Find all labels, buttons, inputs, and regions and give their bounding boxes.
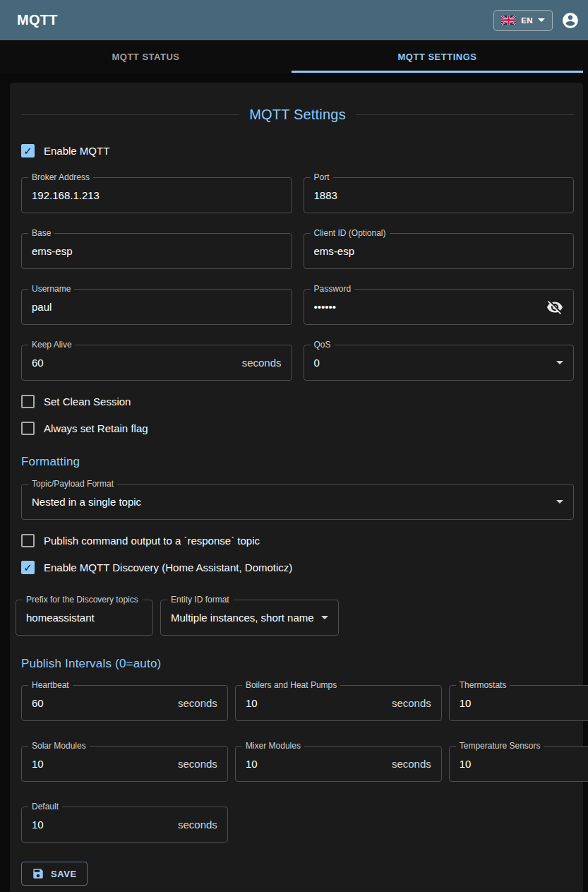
broker-address-input[interactable] xyxy=(32,189,282,201)
unit-adornment: seconds xyxy=(392,758,431,770)
port-input[interactable] xyxy=(314,189,564,201)
retain-flag-row: Always set Retain flag xyxy=(21,422,574,435)
enable-mqtt-row: ✓ Enable MQTT xyxy=(21,144,574,157)
keep-alive-input[interactable] xyxy=(32,357,236,369)
settings-card: MQTT Settings ✓ Enable MQTT Broker Addre… xyxy=(10,83,583,892)
default-interval-field: Default seconds xyxy=(21,807,228,843)
publish-response-row: Publish command output to a `response` t… xyxy=(21,534,574,547)
field-label: Base xyxy=(28,228,54,239)
field-label: Solar Modules xyxy=(28,741,90,751)
uk-flag-icon xyxy=(501,16,516,25)
field-label: Client ID (Optional) xyxy=(311,228,390,239)
retain-flag-checkbox[interactable] xyxy=(21,422,35,435)
port-field: Port xyxy=(304,177,575,213)
field-label: Topic/Payload Format xyxy=(28,479,117,489)
checkbox-label: Publish command output to a `response` t… xyxy=(44,535,260,547)
base-input[interactable] xyxy=(32,245,282,257)
solar-modules-field: Solar Modules seconds xyxy=(21,746,228,782)
language-selector[interactable]: EN xyxy=(493,10,553,31)
field-label: Port xyxy=(311,172,333,183)
enable-mqtt-checkbox[interactable]: ✓ xyxy=(21,144,35,157)
save-icon xyxy=(32,867,44,880)
discovery-prefix-field: Prefix for the Discovery topics xyxy=(16,600,153,636)
tab-bar: MQTT STATUS MQTT SETTINGS xyxy=(0,40,588,73)
field-label: Entity ID format xyxy=(167,595,233,605)
entity-id-format-value: Multiple instances, short name xyxy=(171,612,316,624)
heartbeat-input[interactable] xyxy=(32,697,172,709)
thermostats-input[interactable] xyxy=(460,697,588,709)
divider xyxy=(356,114,574,115)
base-field: Base xyxy=(21,233,292,269)
divider xyxy=(21,114,239,115)
default-interval-input[interactable] xyxy=(32,819,172,831)
field-label: Mixer Modules xyxy=(242,741,304,751)
discovery-prefix-input[interactable] xyxy=(26,612,143,624)
clean-session-checkbox[interactable] xyxy=(21,395,35,408)
field-label: Default xyxy=(28,802,62,812)
header-actions: EN xyxy=(493,10,580,31)
app-header: MQTT EN xyxy=(0,0,588,40)
username-input[interactable] xyxy=(32,301,282,313)
temperature-sensors-input[interactable] xyxy=(460,758,588,770)
field-label: Prefix for the Discovery topics xyxy=(23,595,142,605)
mixer-modules-input[interactable] xyxy=(246,758,386,770)
password-field: Password xyxy=(304,289,575,325)
tab-label: MQTT SETTINGS xyxy=(398,52,477,62)
unit-adornment: seconds xyxy=(242,357,282,369)
tab-mqtt-settings[interactable]: MQTT SETTINGS xyxy=(292,40,583,73)
tab-mqtt-status[interactable]: MQTT STATUS xyxy=(0,40,292,73)
client-id-field: Client ID (Optional) xyxy=(304,233,575,269)
entity-id-format-select[interactable]: Entity ID format Multiple instances, sho… xyxy=(160,600,339,636)
username-field: Username xyxy=(21,289,292,325)
discovery-options-row: Prefix for the Discovery topics Entity I… xyxy=(16,600,574,636)
account-icon[interactable] xyxy=(561,11,580,30)
temperature-sensors-field: Temperature Sensors seconds xyxy=(449,746,588,782)
dropdown-arrow-icon xyxy=(556,500,563,504)
checkbox-label: Always set Retain flag xyxy=(44,422,148,434)
checkbox-label: Set Clean Session xyxy=(44,396,131,408)
mqtt-discovery-row: ✓ Enable MQTT Discovery (Home Assistant,… xyxy=(21,561,574,574)
page-title: MQTT xyxy=(17,12,58,28)
thermostats-field: Thermostats seconds xyxy=(449,685,588,721)
dropdown-arrow-icon xyxy=(556,361,563,364)
card-title-row: MQTT Settings xyxy=(21,107,574,123)
unit-adornment: seconds xyxy=(178,697,217,709)
field-label: Username xyxy=(28,284,74,295)
mqtt-discovery-checkbox[interactable]: ✓ xyxy=(21,561,35,574)
language-code: EN xyxy=(521,16,533,25)
publish-response-checkbox[interactable] xyxy=(21,534,35,547)
topic-format-select[interactable]: Topic/Payload Format Nested in a single … xyxy=(21,484,574,520)
field-label: Broker Address xyxy=(28,172,93,183)
unit-adornment: seconds xyxy=(178,758,217,770)
field-label: Keep Alive xyxy=(28,340,76,350)
publish-intervals-heading: Publish Intervals (0=auto) xyxy=(21,657,574,671)
dropdown-arrow-icon xyxy=(321,616,328,619)
heartbeat-field: Heartbeat seconds xyxy=(21,685,228,721)
solar-modules-input[interactable] xyxy=(32,758,172,770)
qos-value: 0 xyxy=(314,357,551,369)
field-label: Thermostats xyxy=(456,680,510,691)
card-title: MQTT Settings xyxy=(239,107,356,123)
field-label: QoS xyxy=(311,340,335,350)
client-id-input[interactable] xyxy=(314,245,564,257)
broker-grid: Broker Address Port Base Client ID (Opti… xyxy=(21,177,574,381)
field-label: Heartbeat xyxy=(28,680,73,691)
qos-select[interactable]: QoS 0 xyxy=(304,345,575,381)
visibility-off-icon[interactable] xyxy=(546,299,563,316)
boilers-input[interactable] xyxy=(246,697,386,709)
active-tab-indicator xyxy=(292,71,583,73)
keep-alive-field: Keep Alive seconds xyxy=(21,345,292,381)
field-label: Password xyxy=(311,284,355,295)
save-button[interactable]: SAVE xyxy=(21,862,88,886)
checkbox-label: Enable MQTT xyxy=(44,145,109,157)
field-label: Temperature Sensors xyxy=(456,741,544,751)
broker-address-field: Broker Address xyxy=(21,177,292,213)
formatting-heading: Formatting xyxy=(21,455,574,469)
mixer-modules-field: Mixer Modules seconds xyxy=(235,746,442,782)
unit-adornment: seconds xyxy=(178,819,217,831)
password-input[interactable] xyxy=(314,301,547,313)
clean-session-row: Set Clean Session xyxy=(21,395,574,408)
intervals-grid: Heartbeat seconds Boilers and Heat Pumps… xyxy=(21,685,574,843)
unit-adornment: seconds xyxy=(392,697,431,709)
boilers-field: Boilers and Heat Pumps seconds xyxy=(235,685,442,721)
